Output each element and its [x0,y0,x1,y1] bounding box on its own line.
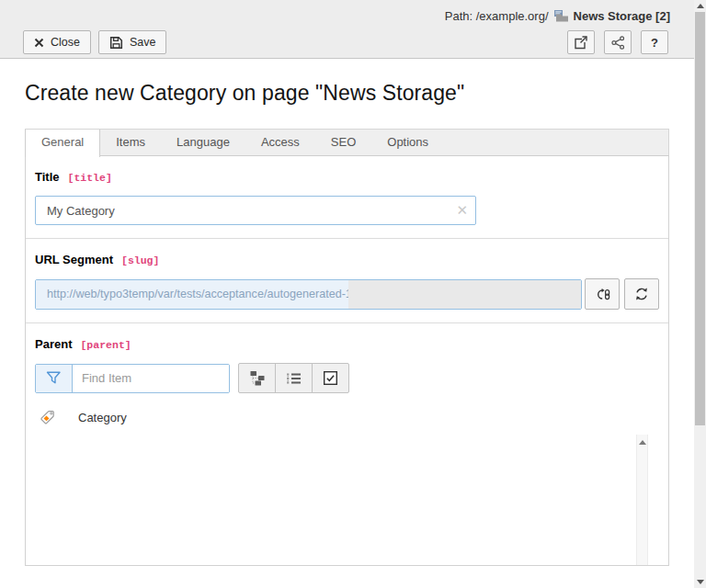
category-tag-icon [40,409,56,425]
docheader: Path: /example.org/ News Storage [2] Cl [0,0,694,59]
tree-hierarchy-icon [249,370,266,386]
tree-buttons [238,363,349,393]
help-button[interactable]: ? [641,30,668,54]
title-input[interactable] [35,196,476,225]
slug-label: URL Segment [35,253,113,266]
tab-label: General [41,135,84,149]
window-scrollbar[interactable] [694,0,706,588]
field-label-title: Title [title] [35,170,659,184]
slug-value: http://web/typo3temp/var/tests/acceptanc… [36,280,348,309]
breadcrumb: Path: /example.org/ News Storage [2] [445,7,670,24]
close-button[interactable]: Close [23,30,91,54]
slug-input-group: http://web/typo3temp/var/tests/acceptanc… [35,279,582,310]
slug-row: http://web/typo3temp/var/tests/acceptanc… [35,278,659,310]
slug-recalculate-button[interactable] [624,278,659,310]
open-in-new-window-button[interactable] [567,30,595,54]
record-edit-content: Create new Category on page "News Storag… [0,60,694,588]
help-icon: ? [651,36,658,50]
save-button[interactable]: Save [98,30,167,54]
tree-filter-input[interactable] [73,365,229,392]
open-in-new-window-icon [574,36,588,50]
field-label-parent: Parent [parent] [35,337,659,351]
tab-label: Access [261,135,300,149]
window-scroll-up-icon[interactable] [697,4,704,8]
tree-item-label: Category [78,411,127,424]
field-label-slug: URL Segment [slug] [35,253,659,266]
filter-addon [36,365,73,392]
window-scrollbar-thumb[interactable] [695,12,705,425]
tab-access[interactable]: Access [245,130,315,155]
title-label: Title [35,170,60,184]
tab-label: Options [387,135,428,149]
clear-input-icon[interactable]: ✕ [456,203,468,217]
field-section-parent: Parent [parent] [26,323,668,566]
tab-panel-general: Title [title] ✕ URL Segment [slug] http:… [25,155,669,566]
close-button-label: Close [51,36,80,49]
category-tree: Category [35,393,659,566]
page-title: Create new Category on page "News Storag… [25,81,694,106]
record-path-title: News Storage [2] [574,9,670,23]
share-icon [611,36,625,50]
tab-general[interactable]: General [25,130,100,157]
tab-label: Language [176,135,230,149]
tab-options[interactable]: Options [371,130,444,155]
record-edit-window: Path: /example.org/ News Storage [2] Cl [0,0,694,588]
tree-expand-all-button[interactable] [238,363,276,393]
docheader-buttons: Close Save [23,30,166,54]
tab-language[interactable]: Language [161,130,245,155]
docheader-icon-buttons: ? [567,30,668,54]
list-icon [286,372,302,385]
share-button[interactable] [604,30,632,54]
refresh-icon [634,287,649,301]
tree-item-category[interactable]: Category [35,393,659,425]
edit-link-icon [595,288,610,301]
window-scroll-down-icon[interactable] [697,580,704,584]
close-icon [34,38,44,48]
save-button-label: Save [130,36,156,49]
tab-items[interactable]: Items [100,130,161,155]
slug-toggle-edit-button[interactable] [585,278,620,310]
field-section-title: Title [title] ✕ [26,156,668,239]
tree-collapse-all-button[interactable] [275,363,313,393]
filter-funnel-icon [45,370,63,386]
tree-toolbar [35,363,659,393]
folder-contents-icon [553,9,569,22]
path-prefix: Path: /example.org/ [445,9,549,23]
tab-bar: General Items Language Access SEO Option… [25,129,669,155]
title-code: [title] [68,172,112,184]
title-input-wrap: ✕ [35,196,476,225]
tree-filter-group [35,364,230,393]
parent-code: [parent] [80,339,131,351]
save-icon [109,36,123,50]
tab-label: SEO [331,135,356,149]
field-section-slug: URL Segment [slug] http://web/typo3temp/… [26,239,668,323]
slug-input-disabled [348,280,581,309]
tree-toggle-selection-button[interactable] [312,363,349,393]
scroll-up-icon[interactable] [639,440,646,445]
tab-label: Items [116,135,145,149]
tab-seo[interactable]: SEO [315,130,371,155]
tree-scrollbar[interactable] [636,435,648,566]
checkbox-checked-icon [323,370,338,386]
slug-code: [slug] [121,254,159,266]
parent-label: Parent [35,337,72,351]
